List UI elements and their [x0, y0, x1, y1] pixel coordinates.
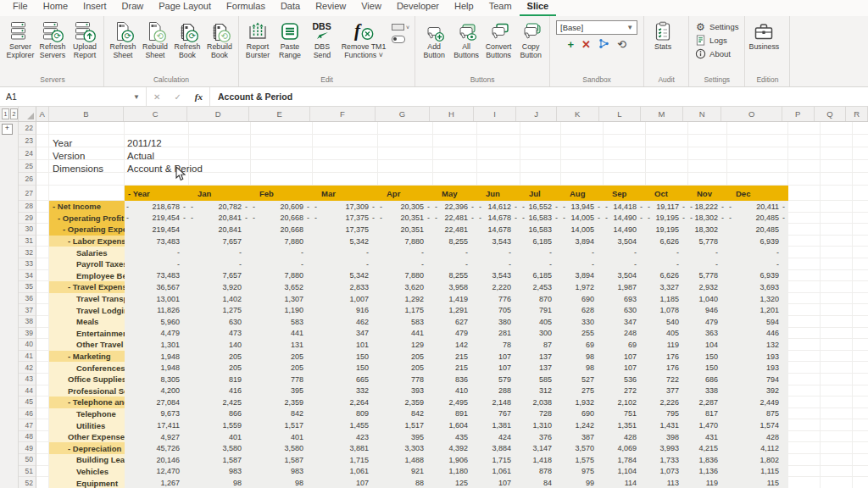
- value-cell[interactable]: 8,305: [125, 374, 189, 385]
- value-cell[interactable]: 205: [378, 362, 433, 374]
- column-header-g[interactable]: G: [376, 107, 430, 121]
- value-cell[interactable]: 435: [433, 431, 477, 443]
- row-label-salaries[interactable]: Salaries: [49, 247, 125, 258]
- value-cell[interactable]: -14,418-: [604, 201, 646, 213]
- row-label-telephone-and[interactable]: - Telephone and: [49, 396, 125, 408]
- value-cell[interactable]: 1,136: [688, 466, 727, 478]
- logs-button[interactable]: Logs: [692, 34, 742, 47]
- value-cell[interactable]: 395: [251, 385, 313, 397]
- value-cell[interactable]: 150: [313, 351, 378, 363]
- value-cell[interactable]: 205: [251, 351, 313, 363]
- value-cell[interactable]: 7,657: [189, 236, 251, 247]
- value-cell[interactable]: -20,411-: [727, 201, 788, 213]
- value-cell[interactable]: 921: [378, 466, 433, 478]
- delete-sandbox-icon[interactable]: ✕: [581, 39, 591, 50]
- value-cell[interactable]: 347: [604, 316, 646, 328]
- value-cell[interactable]: 20,351: [378, 224, 433, 236]
- value-cell[interactable]: 875: [727, 408, 788, 420]
- row-label-equipment[interactable]: Equipment: [49, 477, 125, 488]
- value-cell[interactable]: 479: [688, 316, 727, 328]
- value-cell[interactable]: 2,359: [251, 396, 313, 408]
- value-cell[interactable]: 27,084: [125, 396, 189, 408]
- value-cell[interactable]: -19,195-: [646, 213, 688, 225]
- value-cell[interactable]: 1,948: [125, 351, 189, 363]
- stats-button[interactable]: Stats: [647, 18, 679, 51]
- row-header-44[interactable]: 44: [19, 385, 36, 397]
- value-cell[interactable]: 3,652: [251, 281, 313, 293]
- row-label-other-travel-r[interactable]: Other Travel R: [49, 339, 125, 351]
- row-label-entertainment[interactable]: Entertainment: [49, 328, 125, 340]
- value-cell[interactable]: 594: [727, 316, 788, 328]
- value-cell[interactable]: 1,061: [477, 466, 520, 478]
- value-cell[interactable]: 115: [727, 477, 788, 488]
- row-label-meals[interactable]: Meals: [49, 316, 125, 328]
- value-cell[interactable]: -14,490-: [604, 213, 646, 225]
- value-cell[interactable]: 1,419: [433, 293, 477, 305]
- value-cell[interactable]: 8,255: [433, 236, 477, 247]
- menu-tab-view[interactable]: View: [353, 0, 389, 16]
- value-cell[interactable]: 3,993: [646, 442, 688, 454]
- row-header-32[interactable]: 32: [19, 247, 36, 258]
- column-header-e[interactable]: E: [249, 107, 310, 121]
- value-cell[interactable]: 19,195: [646, 224, 688, 236]
- column-header-r[interactable]: R: [846, 107, 868, 121]
- value-cell[interactable]: -: [520, 258, 561, 270]
- value-cell[interactable]: -: [727, 247, 788, 258]
- value-cell[interactable]: 150: [313, 362, 378, 374]
- value-cell[interactable]: 4,069: [604, 442, 646, 454]
- value-cell[interactable]: 2,148: [477, 396, 520, 408]
- value-cell[interactable]: 3,543: [477, 236, 520, 247]
- value-cell[interactable]: 7,880: [251, 270, 313, 282]
- value-cell[interactable]: -: [313, 247, 378, 258]
- menu-tab-home[interactable]: Home: [36, 0, 75, 16]
- value-cell[interactable]: 3,620: [378, 281, 433, 293]
- value-cell[interactable]: -14,005-: [561, 213, 604, 225]
- value-cell[interactable]: 377: [646, 385, 688, 397]
- column-header-p[interactable]: P: [782, 107, 815, 121]
- value-cell[interactable]: -: [604, 258, 646, 270]
- value-cell[interactable]: 125: [433, 477, 477, 488]
- business-button[interactable]: Business: [748, 18, 780, 51]
- row-header-52[interactable]: 52: [19, 477, 36, 488]
- refresh-sheet-button[interactable]: ⟳RefreshSheet: [107, 18, 139, 59]
- row-label-telephone[interactable]: Telephone: [49, 408, 125, 420]
- value-cell[interactable]: -: [313, 258, 378, 270]
- value-cell[interactable]: 3,504: [604, 270, 646, 282]
- value-cell[interactable]: 1,587: [251, 454, 313, 466]
- value-cell[interactable]: 17,411: [125, 419, 189, 431]
- value-cell[interactable]: 1,517: [251, 419, 313, 431]
- value-cell[interactable]: 690: [561, 293, 604, 305]
- value-cell[interactable]: 7,880: [378, 270, 433, 282]
- value-cell[interactable]: -: [646, 258, 688, 270]
- value-cell[interactable]: 20,668: [251, 224, 313, 236]
- value-cell[interactable]: 3,570: [561, 442, 604, 454]
- value-cell[interactable]: -219,454-: [125, 213, 189, 225]
- value-cell[interactable]: 870: [520, 293, 561, 305]
- row-label-conferences[interactable]: Conferences: [49, 362, 125, 374]
- column-header-f[interactable]: F: [310, 107, 375, 121]
- value-cell[interactable]: 2,833: [313, 281, 378, 293]
- value-cell[interactable]: 11,826: [125, 304, 189, 316]
- value-cell[interactable]: 20,485: [727, 224, 788, 236]
- value-cell[interactable]: 2,264: [313, 396, 378, 408]
- value-cell[interactable]: 2,495: [433, 396, 477, 408]
- value-cell[interactable]: -: [125, 258, 189, 270]
- value-cell[interactable]: 12,470: [125, 466, 189, 478]
- value-cell[interactable]: 3,958: [433, 281, 477, 293]
- row-header-30[interactable]: 30: [19, 224, 36, 236]
- value-cell[interactable]: 87: [520, 339, 561, 351]
- value-cell[interactable]: 107: [477, 351, 520, 363]
- value-cell[interactable]: 4,215: [688, 442, 727, 454]
- value-cell[interactable]: 1,180: [433, 466, 477, 478]
- value-cell[interactable]: 767: [477, 408, 520, 420]
- month-header-jun[interactable]: Jun: [477, 186, 520, 201]
- value-cell[interactable]: 193: [727, 351, 788, 363]
- column-header-i[interactable]: I: [474, 107, 517, 121]
- value-cell[interactable]: 14,005: [561, 224, 604, 236]
- value-cell[interactable]: 3,580: [189, 442, 251, 454]
- value-cell[interactable]: 392: [727, 385, 788, 397]
- value-cell[interactable]: 3,920: [189, 281, 251, 293]
- value-cell[interactable]: -20,782-: [189, 201, 251, 213]
- rebuild-book-button[interactable]: ⟲RebuildBook: [203, 18, 236, 59]
- column-header-n[interactable]: N: [683, 107, 722, 121]
